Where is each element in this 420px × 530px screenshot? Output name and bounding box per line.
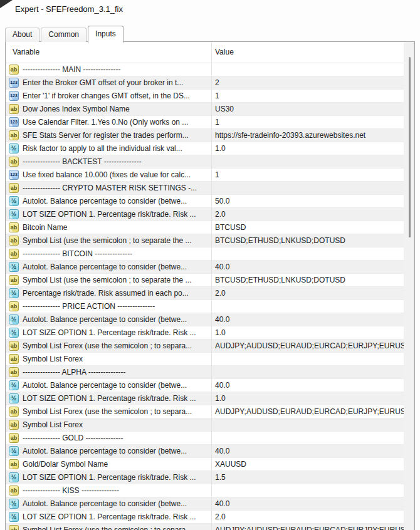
vertical-scrollbar[interactable] [404, 42, 414, 530]
value-cell[interactable]: 1 [211, 91, 414, 100]
input-row[interactable]: ab Bitcoin Name BTCUSD [6, 221, 414, 234]
value-cell[interactable]: AUDJPY;AUDUSD;EURAUD;EURCAD;EURJPY;EURUS… [211, 341, 414, 350]
variable-cell: ½ Autolot. Balance percentage to conside… [6, 314, 211, 325]
value-cell[interactable]: 2.0 [211, 210, 414, 219]
value-cell[interactable]: 40.0 [211, 315, 414, 324]
value-cell[interactable]: 1 [211, 118, 414, 127]
variable-name: --------------- BITCOIN --------------- [23, 249, 132, 258]
input-row[interactable]: ab --------------- KISS --------------- [6, 484, 414, 497]
value-cell[interactable]: https://sfe-tradeinfo-20393.azurewebsite… [211, 131, 414, 140]
string-type-icon: ab [9, 433, 19, 443]
value-cell[interactable]: 1.0 [211, 144, 414, 153]
input-row[interactable]: ab --------------- GOLD --------------- [6, 432, 414, 445]
input-row[interactable]: ab Symbol List Forex (use the semicolon … [6, 340, 414, 353]
input-row[interactable]: 123 Enter the Broker GMT offset of your … [6, 76, 414, 90]
input-row[interactable]: ½ Autolot. Balance percentage to conside… [6, 497, 414, 511]
variable-name: Symbol List Forex [23, 420, 83, 429]
value-cell[interactable]: 1.0 [211, 394, 414, 403]
value-cell[interactable]: 40.0 [211, 447, 414, 455]
tab-common[interactable]: Common [41, 28, 87, 42]
input-row[interactable]: 123 Enter '1' if broker changes GMT offs… [6, 90, 414, 103]
value-cell[interactable]: US30 [211, 105, 414, 113]
input-row[interactable]: ½ Risk factor to apply to all the indivi… [6, 142, 414, 155]
input-row[interactable]: ½ Autolot. Balance percentage to conside… [6, 379, 414, 392]
variable-name: Autolot. Balance percentage to consider … [23, 262, 187, 271]
scrollbar-thumb[interactable] [409, 57, 411, 237]
input-row[interactable]: ½ Autolot. Balance percentage to conside… [6, 195, 414, 208]
value-cell[interactable]: 1 [211, 170, 414, 179]
double-type-icon: ½ [9, 314, 19, 325]
input-row[interactable]: ab Symbol List (use the semicolon ; to s… [6, 274, 414, 287]
variable-cell: 123 Use Calendar Filter. 1.Yes 0.No (Onl… [6, 117, 211, 127]
input-row[interactable]: ½ LOT SIZE OPTION 1. Percentage risk/tra… [6, 471, 414, 484]
value-cell[interactable]: 40.0 [211, 262, 414, 271]
double-type-icon: ½ [9, 143, 19, 153]
variable-name: Percentage risk/trade. Risk assumed in e… [23, 289, 189, 298]
double-type-icon: ½ [9, 328, 19, 338]
input-row[interactable]: ab Symbol List Forex (use the semicolon … [6, 405, 414, 418]
input-row[interactable]: ab Dow Jones Index Symbol Name US30 [6, 103, 414, 116]
input-row[interactable]: ab --------------- CRYPTO MASTER RISK SE… [6, 182, 414, 195]
value-cell[interactable]: BTCUSD [211, 223, 414, 232]
input-row[interactable]: ½ Autolot. Balance percentage to conside… [6, 445, 414, 458]
value-cell[interactable]: 1.5 [211, 473, 414, 482]
variable-name: Symbol List (use the semicolon ; to sepa… [23, 236, 191, 245]
double-type-icon: ½ [9, 446, 19, 456]
input-row[interactable]: ab Symbol List (use the semicolon ; to s… [6, 234, 414, 247]
input-row[interactable]: ½ Autolot. Balance percentage to conside… [6, 261, 414, 274]
expert-properties-dialog: Expert - SFEFreedom_3.1_fix About Common… [0, 0, 420, 530]
tab-about[interactable]: About [5, 28, 39, 42]
value-cell[interactable]: 50.0 [211, 197, 414, 205]
input-row[interactable]: 123 Use fixed balance 10.000 (fixes de v… [6, 169, 414, 182]
input-row[interactable]: ½ LOT SIZE OPTION 1. Percentage risk/tra… [6, 208, 414, 221]
input-row[interactable]: ab Gold/Dolar Symbol Name XAUUSD [6, 458, 414, 471]
input-row[interactable]: ab Symbol List Forex [6, 418, 414, 432]
variable-name: LOT SIZE OPTION 1. Percentage risk/trade… [23, 473, 196, 482]
variable-cell: ab --------------- GOLD --------------- [6, 433, 211, 443]
input-row[interactable]: 123 Use Calendar Filter. 1.Yes 0.No (Onl… [6, 116, 414, 129]
input-row[interactable]: ab --------------- BITCOIN -------------… [6, 247, 414, 261]
value-cell[interactable]: 40.0 [211, 381, 414, 390]
variable-name: Autolot. Balance percentage to consider … [23, 499, 187, 508]
variable-name: Autolot. Balance percentage to consider … [23, 315, 187, 324]
string-type-icon: ab [9, 249, 19, 259]
variable-name: --------------- ALPHA --------------- [23, 368, 126, 377]
input-row[interactable]: ab --------------- MAIN --------------- [6, 63, 414, 76]
value-cell[interactable]: 1.0 [211, 328, 414, 337]
string-type-icon: ab [9, 236, 19, 246]
value-cell[interactable]: AUDJPY;AUDUSD;EURAUD;EURCAD;EURJPY;EURUS… [211, 407, 414, 416]
string-type-icon: ab [9, 459, 19, 469]
tab-inputs[interactable]: Inputs [88, 26, 123, 43]
input-row[interactable]: ab --------------- PRICE ACTION --------… [6, 300, 414, 313]
column-resize-handle[interactable] [211, 42, 212, 530]
double-type-icon: ½ [9, 499, 19, 509]
input-row[interactable]: ½ LOT SIZE OPTION 1. Percentage risk/tra… [6, 511, 414, 524]
string-type-icon: ab [9, 104, 19, 114]
value-cell[interactable]: 2 [211, 78, 414, 87]
variable-cell: ab Bitcoin Name [6, 222, 211, 232]
variable-name: --------------- GOLD --------------- [23, 434, 123, 442]
input-row[interactable]: ½ Percentage risk/trade. Risk assumed in… [6, 287, 414, 300]
value-cell[interactable]: AUDJPY;AUDUSD;EURAUD;EURCAD;EURJPY;EURUS… [211, 526, 414, 530]
input-row[interactable]: ab Symbol List Forex (use the semicolon … [6, 524, 414, 530]
value-cell[interactable]: BTCUSD;ETHUSD;LNKUSD;DOTUSD [211, 236, 414, 245]
input-row[interactable]: ab --------------- ALPHA --------------- [6, 366, 414, 379]
input-row[interactable]: ½ LOT SIZE OPTION 1. Percentage risk/tra… [6, 326, 414, 340]
input-row[interactable]: ab Symbol List Forex [6, 353, 414, 366]
input-row[interactable]: ab SFE Stats Server for register the tra… [6, 129, 414, 142]
input-row[interactable]: ½ Autolot. Balance percentage to conside… [6, 313, 414, 326]
variable-cell: ab --------------- KISS --------------- [6, 486, 211, 496]
value-cell[interactable]: 2.0 [211, 289, 414, 298]
value-cell[interactable]: 40.0 [211, 499, 414, 508]
value-cell[interactable]: 2.0 [211, 512, 414, 521]
value-cell[interactable]: BTCUSD;ETHUSD;LNKUSD;DOTUSD [211, 276, 414, 284]
input-row[interactable]: ½ LOT SIZE OPTION 1. Percentage risk/tra… [6, 392, 414, 405]
variable-cell: ½ LOT SIZE OPTION 1. Percentage risk/tra… [6, 209, 211, 219]
double-type-icon: ½ [9, 512, 19, 522]
variable-name: Symbol List Forex (use the semicolon ; t… [23, 526, 192, 530]
integer-type-icon: 123 [9, 91, 19, 101]
variable-cell: 123 Use fixed balance 10.000 (fixes de v… [6, 170, 211, 180]
value-cell[interactable]: XAUUSD [211, 460, 414, 469]
string-type-icon: ab [9, 130, 19, 140]
input-row[interactable]: ab --------------- BACKTEST ------------… [6, 155, 414, 169]
